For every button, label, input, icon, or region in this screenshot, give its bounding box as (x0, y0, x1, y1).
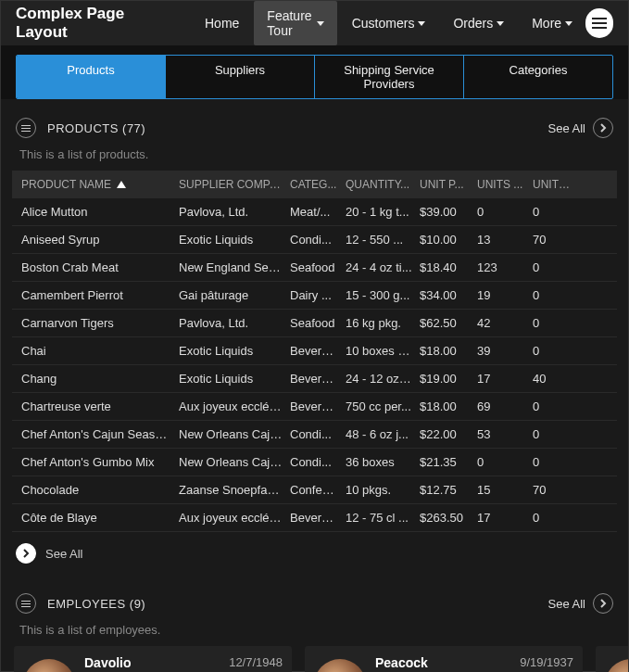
employee-last-name: Peacock (375, 655, 428, 670)
table-row[interactable]: ChaiExotic LiquidsBevera...10 boxes x...… (12, 337, 617, 365)
table-cell: Chef Anton's Cajun Seaso... (21, 427, 179, 441)
table-cell: New Orleans Caju... (179, 427, 290, 441)
tab-products[interactable]: Products (17, 56, 166, 98)
table-cell: 19 (477, 288, 533, 302)
col-unit-price[interactable]: UNIT P... (420, 178, 477, 191)
table-row[interactable]: Chartreuse verteAux joyeux ecclési...Bev… (12, 393, 617, 421)
table-cell: $34.00 (420, 288, 477, 302)
col-quantity[interactable]: QUANTITY... (346, 178, 420, 191)
table-cell: Aniseed Syrup (21, 233, 179, 247)
table-cell: 0 (477, 205, 533, 219)
table-cell: $18.40 (420, 260, 477, 274)
employee-card[interactable]: Davolio12/7/1948NancyFirst NameSales Rep… (14, 646, 292, 672)
tab-suppliers[interactable]: Suppliers (166, 56, 315, 98)
col-units-1[interactable]: UNITS ... (477, 178, 533, 191)
nav-item-customers[interactable]: Customers (339, 8, 439, 38)
list-icon[interactable] (16, 593, 36, 614)
nav-item-feature-tour[interactable]: Feature Tour (254, 1, 336, 45)
products-see-all-footer[interactable]: See All (1, 532, 628, 575)
table-cell: 10 pkgs. (346, 483, 420, 497)
table-cell: Seafood (290, 260, 346, 274)
employees-title: EMPLOYEES (9) (47, 597, 145, 611)
hamburger-menu-button[interactable] (585, 8, 613, 38)
table-cell: 39 (477, 344, 533, 358)
table-cell: $263.50 (420, 511, 477, 525)
table-cell: $21.35 (420, 455, 477, 469)
table-row[interactable]: Camembert PierrotGai pâturageDairy ...15… (12, 282, 617, 310)
table-cell: Dairy ... (290, 288, 346, 302)
table-cell: Bevera... (290, 344, 346, 358)
avatar (605, 659, 628, 672)
table-row[interactable]: Alice MuttonPavlova, Ltd.Meat/...20 - 1 … (12, 198, 617, 226)
table-cell: Seafood (290, 316, 346, 330)
table-row[interactable]: Aniseed SyrupExotic LiquidsCondi...12 - … (12, 226, 617, 254)
chevron-right-icon[interactable] (593, 118, 613, 138)
table-cell: $19.00 (420, 372, 477, 386)
table-row[interactable]: Carnarvon TigersPavlova, Ltd.Seafood16 k… (12, 310, 617, 337)
table-row[interactable]: ChangExotic LiquidsBevera...24 - 12 oz .… (12, 365, 617, 393)
table-cell: 17 (477, 511, 533, 525)
table-cell: 70 (533, 483, 579, 497)
table-cell: Alice Mutton (21, 205, 179, 219)
avatar (314, 659, 366, 672)
table-cell: 40 (533, 372, 579, 386)
table-cell: 750 cc per... (346, 399, 420, 413)
table-cell: 0 (533, 399, 579, 413)
table-cell: Chartreuse verte (21, 399, 179, 413)
table-cell: Bevera... (290, 399, 346, 413)
table-cell: 17 (477, 372, 533, 386)
table-row[interactable]: Boston Crab MeatNew England Seaf...Seafo… (12, 254, 617, 282)
products-see-all-link[interactable]: See All (548, 121, 585, 135)
table-cell: Gai pâturage (179, 288, 290, 302)
tab-categories[interactable]: Categories (464, 56, 612, 98)
products-table: PRODUCT NAME SUPPLIER COMPA... CATEG... … (12, 171, 617, 532)
table-row[interactable]: Chef Anton's Cajun Seaso...New Orleans C… (12, 421, 617, 449)
list-icon[interactable] (16, 118, 36, 138)
table-cell: 69 (477, 399, 533, 413)
table-cell: 36 boxes (346, 455, 420, 469)
table-cell: $18.00 (420, 399, 477, 413)
tab-shipping-service-providers[interactable]: Shipping Service Providers (315, 56, 464, 98)
nav-item-more[interactable]: More (519, 8, 585, 38)
table-row[interactable]: ChocoladeZaanse Snoepfabri...Confec...10… (12, 476, 617, 504)
table-cell: 0 (533, 455, 579, 469)
table-cell: Chang (21, 372, 179, 386)
col-product-name[interactable]: PRODUCT NAME (21, 178, 179, 191)
nav-item-orders[interactable]: Orders (440, 8, 517, 38)
products-description: This is a list of products. (1, 146, 628, 171)
table-cell: 123 (477, 260, 533, 274)
table-cell: New Orleans Caju... (179, 455, 290, 469)
table-cell: Carnarvon Tigers (21, 316, 179, 330)
table-cell: Bevera... (290, 372, 346, 386)
table-cell: New England Seaf... (179, 260, 290, 274)
table-cell: 12 - 75 cl ... (346, 511, 420, 525)
table-cell: Condi... (290, 427, 346, 441)
col-supplier[interactable]: SUPPLIER COMPA... (179, 178, 290, 191)
table-row[interactable]: Chef Anton's Gumbo MixNew Orleans Caju..… (12, 449, 617, 476)
nav-item-home[interactable]: Home (192, 8, 252, 38)
table-cell: 16 kg pkg. (346, 316, 420, 330)
table-cell: Pavlova, Ltd. (179, 205, 290, 219)
chevron-right-icon[interactable] (593, 593, 613, 614)
table-cell: Chai (21, 344, 179, 358)
col-category[interactable]: CATEG... (290, 178, 346, 191)
table-cell: 0 (533, 260, 579, 274)
table-cell: Boston Crab Meat (21, 260, 179, 274)
table-cell: Aux joyeux ecclési... (179, 511, 290, 525)
employees-see-all-link[interactable]: See All (548, 597, 585, 611)
employee-card[interactable]: Peacock9/19/1937MargaretFirst NameSales … (305, 646, 583, 672)
table-cell: $10.00 (420, 233, 477, 247)
main-nav-menu: HomeFeature TourCustomersOrdersMore (192, 1, 585, 45)
section-tabs: ProductsSuppliersShipping Service Provid… (16, 55, 613, 99)
table-cell: 10 boxes x... (346, 344, 420, 358)
employee-last-name: Davolio (84, 655, 132, 670)
col-units-2[interactable]: UNITS ... (533, 178, 579, 191)
table-cell: $22.00 (420, 427, 477, 441)
table-cell: Pavlova, Ltd. (179, 316, 290, 330)
chevron-down-icon (317, 21, 324, 26)
table-cell: 20 - 1 kg t... (346, 205, 420, 219)
table-row[interactable]: Côte de BlayeAux joyeux ecclési...Bevera… (12, 504, 617, 532)
employee-card[interactable] (596, 646, 628, 672)
table-cell: 0 (533, 288, 579, 302)
table-cell: $18.00 (420, 344, 477, 358)
